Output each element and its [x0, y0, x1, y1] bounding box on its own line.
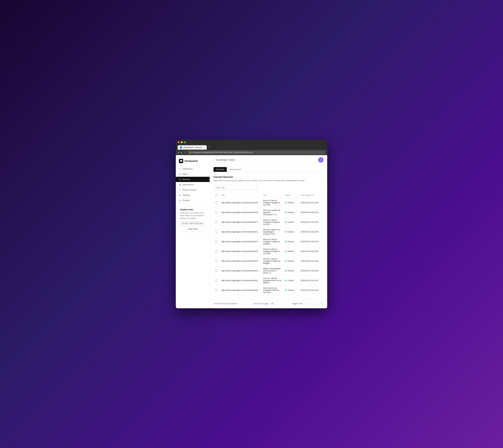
sidebar-item-inbox[interactable]: ✉ Inbox	[176, 172, 210, 177]
row-checkbox-7[interactable]	[215, 270, 218, 272]
avatar: U	[318, 157, 323, 162]
back-button[interactable]: ◀	[178, 151, 179, 154]
lock-icon: 🔒	[189, 151, 192, 153]
title-cell: How do I add an Instagram widget to my Z…	[261, 198, 283, 208]
status-dot	[285, 241, 286, 242]
copy-code-button[interactable]: Copy Code	[180, 227, 205, 231]
appearance-icon: ◑	[179, 183, 181, 186]
row-checkbox-2[interactable]	[215, 221, 218, 223]
table-row: https://help.snapwidget.com/en/articles/…	[214, 227, 323, 237]
table-row: https://help.snapwidget.com/en/articles/…	[214, 217, 323, 227]
url-text: sitespeak.ai/chatbots/3de7576d-6928-4d02…	[192, 151, 253, 153]
dashboard-icon: ⊙	[179, 168, 181, 170]
first-page-button[interactable]: «	[303, 302, 308, 306]
prev-page-button[interactable]: ‹	[309, 302, 313, 306]
status-cell: Trained	[283, 208, 299, 217]
settings-icon: ⚙	[179, 194, 181, 196]
title-cell: How do I add an Instagram feed to my Mij…	[261, 276, 283, 286]
close-button[interactable]	[178, 141, 180, 143]
sidebar-item-settings[interactable]: ⚙ Settings	[176, 192, 210, 198]
status-text: Trained	[287, 250, 294, 252]
inbox-icon: ✉	[179, 173, 181, 175]
sidebar-logo: 💬 SiteSpeakAI	[176, 158, 210, 166]
sidebar-item-label-preview: Preview	[182, 199, 190, 201]
tab-overview[interactable]: Overview	[214, 167, 227, 172]
last-trained-column-header[interactable]: Last Trained On	[299, 193, 323, 198]
status-dot	[285, 280, 286, 281]
status-text: Trained	[287, 270, 294, 272]
tab-add-sources[interactable]: Add Sources	[227, 167, 244, 172]
selected-count: 0 of 58 sources(s) selected.	[214, 303, 237, 305]
chatbot-code-description: Embed this code snippet in the head sect…	[180, 212, 205, 220]
sidebar-item-dashboard[interactable]: ⊙ Dashboard	[176, 166, 210, 172]
table-row: https://help.snapwidget.com/en/articles/…	[214, 247, 323, 256]
status-text: Trained	[287, 231, 294, 233]
date-cell: 2023-06-20 18:16:55	[299, 217, 323, 227]
status-text: Trained	[287, 289, 294, 291]
content-area: Current Sources View all the sources you…	[210, 172, 327, 299]
status-cell: Trained	[283, 227, 299, 237]
row-checkbox-5[interactable]	[215, 250, 218, 252]
sidebar-item-preview[interactable]: ◎ Preview	[176, 198, 210, 203]
url-cell: https://help.snapwidget.com/en/articles/…	[219, 247, 261, 256]
forward-button[interactable]: ▶	[181, 151, 183, 154]
status-dot	[285, 202, 286, 203]
chevron-down-icon: ⌄	[236, 159, 238, 161]
sources-icon: ⊞	[179, 178, 181, 181]
select-all-checkbox[interactable]	[215, 194, 218, 196]
sidebar-item-appearance[interactable]: ◑ Appearance	[176, 182, 210, 187]
url-cell: https://help.snapwidget.com/en/articles/…	[219, 237, 261, 247]
chatbot-selector[interactable]: SnapWidget Chatbot ⌄	[214, 158, 240, 162]
minimize-button[interactable]	[181, 141, 183, 143]
browser-tab[interactable]: SiteSpeakAI - Sources ✕	[178, 145, 207, 150]
page-info: Page 1 of 6	[293, 303, 302, 305]
row-checkbox-1[interactable]	[215, 211, 218, 213]
url-cell: https://help.snapwidget.com/en/articles/…	[219, 217, 261, 227]
table-row: https://help.snapwidget.com/en/articles/…	[214, 276, 323, 286]
date-cell: 2023-06-20 18:16:44	[299, 286, 323, 295]
title-cell: How do I delete my SnapWidget account? |…	[261, 227, 283, 237]
logo-icon: 💬	[179, 159, 183, 163]
row-checkbox-4[interactable]	[215, 240, 218, 242]
url-cell: https://help.snapwidget.com/en/articles/…	[219, 227, 261, 237]
new-tab-button[interactable]: +	[207, 145, 212, 149]
chevron-down-icon: ⌄	[274, 303, 275, 305]
url-cell: https://help.snapwidget.com/en/articles/…	[219, 276, 261, 286]
table-row: https://help.snapwidget.com/en/articles/…	[214, 208, 323, 217]
filter-urls-input[interactable]	[214, 185, 257, 190]
table-row: https://help.snapwidget.com/en/articles/…	[214, 256, 323, 266]
title-cell: How do I add an Instagram widget to my W…	[261, 217, 283, 227]
table-row: https://help.snapwidget.com/en/articles/…	[214, 198, 323, 208]
status-cell: Trained	[283, 276, 299, 286]
row-checkbox-3[interactable]	[215, 231, 218, 233]
url-field[interactable]: 🔒 sitespeak.ai/chatbots/3de7576d-6928-4d…	[187, 150, 325, 154]
row-checkbox-8[interactable]	[215, 279, 218, 281]
sidebar-item-smart-prompts[interactable]: ✦ Smart Prompts	[176, 187, 210, 192]
chatbot-name: SnapWidget Chatbot	[216, 159, 235, 161]
per-page-label: Sources per page	[253, 303, 268, 305]
url-column-header: URL	[219, 193, 261, 198]
sidebar-item-label-inbox: Inbox	[182, 173, 187, 175]
status-column-header: Status	[283, 193, 299, 198]
next-page-button[interactable]: ›	[314, 302, 318, 306]
url-cell: https://help.snapwidget.com/en/articles/…	[219, 208, 261, 217]
last-page-button[interactable]: »	[319, 302, 323, 306]
per-page-dropdown[interactable]: 10 ⌄	[269, 302, 277, 305]
row-checkbox-0[interactable]	[215, 201, 218, 204]
table-row: https://help.snapwidget.com/en/articles/…	[214, 286, 323, 295]
date-cell: 2023-06-20 18:16:47	[299, 276, 323, 286]
main-content: SnapWidget Chatbot ⌄ U Overview Add Sour…	[210, 155, 327, 308]
reload-button[interactable]: ↻	[184, 151, 186, 154]
date-cell: 2023-06-20 18:16:49	[299, 237, 323, 247]
status-text: Trained	[287, 221, 294, 223]
fullscreen-button[interactable]	[184, 141, 186, 143]
sidebar-item-label-smart-prompts: Smart Prompts	[182, 189, 196, 191]
smart-prompts-icon: ✦	[179, 189, 181, 191]
row-checkbox-6[interactable]	[215, 260, 218, 262]
row-checkbox-9[interactable]	[215, 289, 218, 291]
title-cell: What is SnapWidget and how does it work?…	[261, 266, 283, 276]
date-cell: 2023-06-20 18:16:49	[299, 256, 323, 266]
tab-close-icon[interactable]: ✕	[203, 146, 204, 148]
sidebar-item-sources[interactable]: ⊞ Sources	[176, 177, 210, 182]
title-cell: How do I add an Instagram widget on Blog…	[261, 256, 283, 266]
